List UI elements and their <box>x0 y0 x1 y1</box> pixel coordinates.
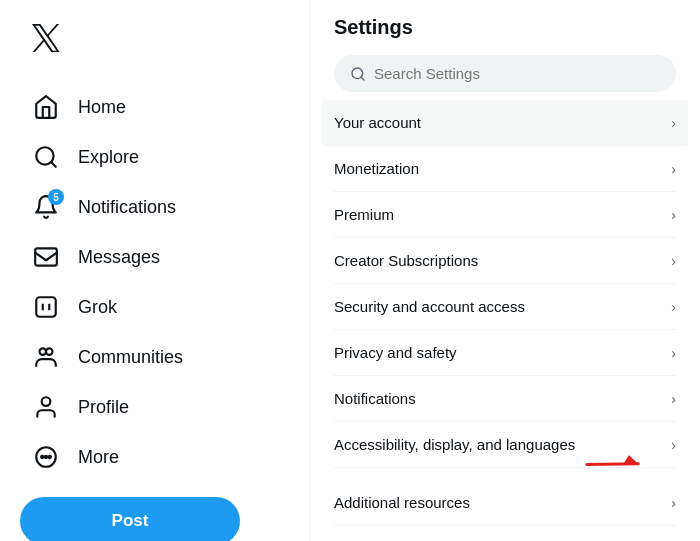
sidebar-item-label: Explore <box>78 147 139 168</box>
settings-item-label: Creator Subscriptions <box>334 252 478 269</box>
chevron-right-icon: › <box>671 253 676 269</box>
settings-item-label: Your account <box>334 114 421 131</box>
svg-point-12 <box>49 456 51 458</box>
search-input[interactable] <box>374 65 660 82</box>
search-box[interactable] <box>334 55 676 92</box>
settings-item-additional[interactable]: Additional resources › <box>334 480 676 526</box>
svg-point-11 <box>45 456 47 458</box>
home-icon <box>32 93 60 121</box>
chevron-right-icon: › <box>671 115 676 131</box>
grok-icon <box>32 293 60 321</box>
chevron-right-icon: › <box>671 495 676 511</box>
settings-item-label: Additional resources <box>334 494 470 511</box>
chevron-right-icon: › <box>671 437 676 453</box>
post-button[interactable]: Post <box>20 497 240 541</box>
sidebar-item-explore[interactable]: Explore <box>20 133 289 181</box>
bell-icon: 5 <box>32 193 60 221</box>
chevron-right-icon: › <box>671 299 676 315</box>
svg-point-10 <box>41 456 43 458</box>
settings-item-label: Accessibility, display, and languages <box>334 436 575 453</box>
svg-point-8 <box>42 397 51 406</box>
settings-item-label: Security and account access <box>334 298 525 315</box>
settings-item-premium[interactable]: Premium › <box>334 192 676 238</box>
sidebar-item-home[interactable]: Home <box>20 83 289 131</box>
sidebar-item-label: Profile <box>78 397 129 418</box>
chevron-right-icon: › <box>671 207 676 223</box>
svg-line-1 <box>51 162 56 167</box>
person-icon <box>32 393 60 421</box>
settings-panel: Settings Your account › Monetization › P… <box>310 0 700 541</box>
communities-icon <box>32 343 60 371</box>
sidebar-item-label: Messages <box>78 247 160 268</box>
sidebar-item-label: Home <box>78 97 126 118</box>
svg-rect-2 <box>35 248 57 265</box>
settings-item-privacy[interactable]: Privacy and safety › <box>334 330 676 376</box>
settings-list: Your account › Monetization › Premium › … <box>334 100 676 526</box>
settings-item-label: Notifications <box>334 390 416 407</box>
sidebar-item-label: Notifications <box>78 197 176 218</box>
settings-item-security[interactable]: Security and account access › <box>334 284 676 330</box>
mail-icon <box>32 243 60 271</box>
more-icon <box>32 443 60 471</box>
settings-item-label: Premium <box>334 206 394 223</box>
settings-item-accessibility[interactable]: Accessibility, display, and languages › <box>334 422 676 468</box>
sidebar-nav: Home Explore 5 Notifications <box>20 83 289 481</box>
sidebar-item-more[interactable]: More <box>20 433 289 481</box>
x-logo[interactable] <box>20 16 289 67</box>
sidebar-item-label: More <box>78 447 119 468</box>
sidebar-item-grok[interactable]: Grok <box>20 283 289 331</box>
sidebar-item-profile[interactable]: Profile <box>20 383 289 431</box>
svg-point-7 <box>46 348 53 355</box>
sidebar-item-label: Communities <box>78 347 183 368</box>
settings-item-label: Monetization <box>334 160 419 177</box>
svg-rect-3 <box>36 297 56 317</box>
sidebar-item-notifications[interactable]: 5 Notifications <box>20 183 289 231</box>
page-title: Settings <box>334 16 676 39</box>
svg-line-14 <box>361 77 364 80</box>
svg-marker-16 <box>622 453 638 469</box>
chevron-right-icon: › <box>671 391 676 407</box>
settings-item-monetization[interactable]: Monetization › <box>334 146 676 192</box>
settings-item-your-account[interactable]: Your account › <box>322 100 688 146</box>
settings-item-notifications[interactable]: Notifications › <box>334 376 676 422</box>
settings-item-label: Privacy and safety <box>334 344 457 361</box>
chevron-right-icon: › <box>671 161 676 177</box>
chevron-right-icon: › <box>671 345 676 361</box>
sidebar: Home Explore 5 Notifications <box>0 0 310 541</box>
sidebar-item-label: Grok <box>78 297 117 318</box>
sidebar-item-communities[interactable]: Communities <box>20 333 289 381</box>
sidebar-item-messages[interactable]: Messages <box>20 233 289 281</box>
explore-icon <box>32 143 60 171</box>
settings-item-creator-subscriptions[interactable]: Creator Subscriptions › <box>334 238 676 284</box>
search-icon <box>350 66 366 82</box>
notification-badge: 5 <box>48 189 64 205</box>
